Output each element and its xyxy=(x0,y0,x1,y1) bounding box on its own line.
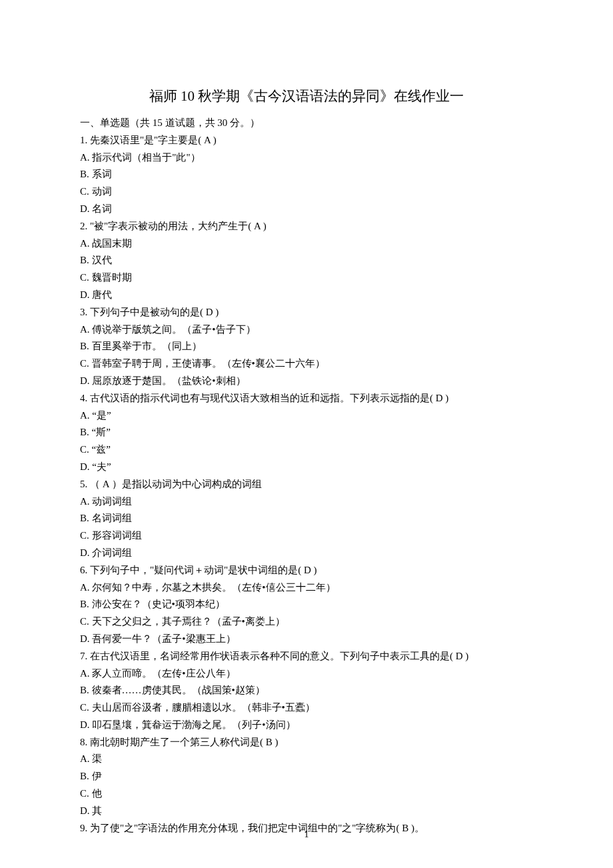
question-option: D. 叩石垦壤，箕畚运于渤海之尾。（列子•汤问） xyxy=(80,717,533,734)
question-option: A. 尔何知？中寿，尔墓之木拱矣。（左传•僖公三十二年） xyxy=(80,579,533,597)
question-option: D. 其 xyxy=(80,803,533,820)
question-option: A. 渠 xyxy=(80,751,533,768)
question-option: D. “夫” xyxy=(80,459,533,476)
question-option: D. 名词 xyxy=(80,201,533,218)
question-option: B. 伊 xyxy=(80,768,533,785)
question-stem: 4. 古代汉语的指示代词也有与现代汉语大致相当的近和远指。下列表示远指的是( D… xyxy=(80,390,533,407)
question-option: B. 汉代 xyxy=(80,252,533,269)
question-stem: 8. 南北朝时期产生了一个第三人称代词是( B ) xyxy=(80,734,533,751)
question-option: A. 豕人立而啼。（左传•庄公八年） xyxy=(80,665,533,683)
question-stem: 5. （ A ）是指以动词为中心词构成的词组 xyxy=(80,476,533,493)
questions-container: 1. 先秦汉语里"是"字主要是( A )A. 指示代词（相当于"此"）B. 系词… xyxy=(80,132,533,837)
question-stem: 1. 先秦汉语里"是"字主要是( A ) xyxy=(80,132,533,149)
question-option: B. 彼秦者……虏使其民。（战国策•赵策） xyxy=(80,682,533,699)
question-option: B. “斯” xyxy=(80,424,533,441)
question-option: C. 他 xyxy=(80,785,533,803)
question-option: C. 形容词词组 xyxy=(80,527,533,545)
question-option: D. 屈原放逐于楚国。（盐铁论•刺相） xyxy=(80,373,533,390)
question-option: D. 介词词组 xyxy=(80,545,533,562)
question-stem: 2. "被"字表示被动的用法，大约产生于( A ) xyxy=(80,218,533,235)
question-option: C. 晋韩室子聘于周，王使请事。（左传•襄公二十六年） xyxy=(80,355,533,373)
page-number: 1 xyxy=(0,829,613,840)
question-option: A. “是” xyxy=(80,407,533,425)
question-option: B. 系词 xyxy=(80,166,533,183)
question-option: B. 沛公安在？（史记•项羽本纪） xyxy=(80,596,533,613)
question-stem: 6. 下列句子中，"疑问代词＋动词"是状中词组的是( D ) xyxy=(80,562,533,579)
document-title: 福师 10 秋学期《古今汉语语法的异同》在线作业一 xyxy=(80,87,533,105)
question-stem: 3. 下列句子中是被动句的是( D ) xyxy=(80,304,533,321)
question-option: C. 动词 xyxy=(80,183,533,201)
question-option: C. “兹” xyxy=(80,441,533,459)
question-option: A. 战国末期 xyxy=(80,235,533,253)
question-option: B. 名词词组 xyxy=(80,510,533,527)
question-option: A. 动词词组 xyxy=(80,493,533,511)
question-option: A. 傅说举于版筑之间。（孟子•告子下） xyxy=(80,321,533,339)
question-option: B. 百里奚举于市。（同上） xyxy=(80,338,533,355)
question-option: C. 天下之父归之，其子焉往？（孟子•离娄上） xyxy=(80,613,533,631)
question-option: C. 夫山居而谷汲者，膢腊相遗以水。（韩非子•五蠹） xyxy=(80,699,533,717)
question-option: D. 吾何爱一牛？（孟子•梁惠王上） xyxy=(80,631,533,648)
question-option: C. 魏晋时期 xyxy=(80,269,533,287)
section-heading: 一、单选题（共 15 道试题，共 30 分。） xyxy=(80,115,533,132)
question-option: D. 唐代 xyxy=(80,287,533,304)
document-page: 福师 10 秋学期《古今汉语语法的异同》在线作业一 一、单选题（共 15 道试题… xyxy=(0,0,613,868)
question-option: A. 指示代词（相当于"此"） xyxy=(80,149,533,167)
question-stem: 7. 在古代汉语里，名词经常用作状语表示各种不同的意义。下列句子中表示工具的是(… xyxy=(80,648,533,665)
